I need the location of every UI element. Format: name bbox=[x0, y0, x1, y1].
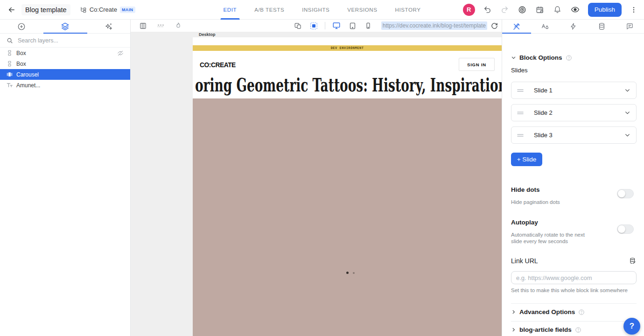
slide-label: Slide 3 bbox=[534, 132, 553, 139]
design-tools-tab[interactable] bbox=[511, 21, 522, 32]
canvas-toolbar-left bbox=[131, 21, 183, 31]
dashed-divider-icon bbox=[157, 22, 165, 30]
goals-button[interactable] bbox=[517, 5, 527, 15]
help-icon[interactable] bbox=[575, 327, 581, 333]
blog-article-fields-title: blog-article fields bbox=[519, 326, 572, 333]
chevron-down-icon[interactable] bbox=[624, 87, 630, 93]
preview-url[interactable]: https://dev.cocreate.ink/blog-test/templ… bbox=[381, 21, 487, 30]
layers-icon bbox=[61, 22, 70, 31]
add-element-tab[interactable] bbox=[16, 21, 27, 32]
dev-environment-banner: DEV ENVIRONMENT bbox=[193, 45, 502, 51]
undo-button[interactable] bbox=[483, 5, 492, 14]
box-icon bbox=[7, 50, 13, 56]
redo-button[interactable] bbox=[500, 5, 510, 14]
carousel-hero-image[interactable] bbox=[193, 98, 502, 336]
hide-dots-toggle[interactable] bbox=[617, 189, 634, 198]
chevron-down-icon[interactable] bbox=[624, 132, 630, 138]
device-label: Desktop bbox=[199, 32, 216, 37]
back-button[interactable] bbox=[7, 5, 17, 15]
pagination-dot-active[interactable] bbox=[346, 272, 349, 274]
focus-block-button[interactable] bbox=[309, 21, 319, 31]
drag-handle-icon[interactable] bbox=[517, 111, 524, 115]
spacing-button[interactable] bbox=[156, 21, 166, 31]
comments-tab[interactable] bbox=[625, 21, 635, 31]
page-title[interactable]: Blog template bbox=[21, 4, 70, 15]
advanced-options-header[interactable]: Advanced Options bbox=[511, 308, 637, 315]
ai-assist-tab[interactable] bbox=[104, 21, 114, 32]
eye-off-icon[interactable] bbox=[117, 50, 124, 56]
more-menu-button[interactable] bbox=[629, 5, 638, 14]
design-tools-icon bbox=[512, 22, 521, 31]
typography-tab[interactable] bbox=[540, 21, 550, 32]
project-name: Co:Create bbox=[90, 6, 117, 13]
refresh-button[interactable] bbox=[490, 21, 499, 30]
help-icon[interactable] bbox=[566, 55, 572, 61]
search-input[interactable] bbox=[18, 37, 124, 44]
database-link-icon[interactable] bbox=[629, 257, 637, 265]
pagination-dot[interactable] bbox=[353, 272, 355, 274]
focus-selection-icon bbox=[310, 22, 318, 30]
layer-item-amunet[interactable]: Amunet... bbox=[0, 80, 130, 91]
divider bbox=[511, 321, 637, 322]
data-tab[interactable] bbox=[597, 21, 607, 31]
target-icon bbox=[518, 6, 526, 14]
preview-button[interactable] bbox=[570, 4, 581, 15]
layer-item-carousel[interactable]: Carousel bbox=[0, 69, 130, 80]
tab-versions[interactable]: VERSIONS bbox=[347, 0, 377, 20]
blog-article-fields-header[interactable]: blog-article fields bbox=[511, 326, 637, 333]
tab-insights[interactable]: INSIGHTS bbox=[302, 0, 329, 20]
columns-layout-button[interactable] bbox=[138, 21, 148, 31]
toolbar-separator bbox=[325, 22, 325, 29]
refresh-icon bbox=[491, 22, 498, 29]
project-switcher[interactable]: Co:Create MAIN bbox=[80, 6, 135, 13]
carousel-icon bbox=[7, 71, 13, 77]
interactions-tab[interactable] bbox=[568, 21, 578, 31]
link-url-input[interactable] bbox=[511, 271, 637, 284]
avatar[interactable]: R bbox=[463, 4, 475, 16]
tab-ab-tests[interactable]: A/B TESTS bbox=[254, 0, 284, 20]
slide-card-1[interactable]: Slide 1 bbox=[511, 82, 637, 99]
layer-label: Carousel bbox=[16, 71, 124, 78]
drag-handle-icon[interactable] bbox=[517, 133, 524, 138]
publish-button[interactable]: Publish bbox=[588, 3, 622, 17]
hide-dots-description: Hide pagination dots bbox=[511, 199, 593, 205]
hotspots-button[interactable] bbox=[174, 21, 183, 30]
chevron-down-icon bbox=[511, 55, 516, 60]
help-icon[interactable] bbox=[578, 309, 585, 315]
autoplay-toggle[interactable] bbox=[617, 224, 634, 234]
tab-history[interactable]: HISTORY bbox=[395, 0, 421, 20]
phone-icon bbox=[364, 22, 372, 29]
block-options-header[interactable]: Block Options bbox=[511, 54, 637, 61]
article-heading: oring Geometric Tattoos: History, Inspir… bbox=[195, 73, 502, 97]
tablet-view-button[interactable] bbox=[348, 21, 357, 31]
divider bbox=[511, 303, 637, 304]
all-devices-button[interactable] bbox=[293, 21, 303, 31]
layer-item-box-2[interactable]: Box bbox=[0, 58, 130, 69]
desktop-view-button[interactable] bbox=[331, 21, 342, 31]
sparkles-icon bbox=[105, 22, 113, 31]
layer-label: Box bbox=[16, 61, 124, 67]
schedule-button[interactable] bbox=[535, 5, 545, 15]
carousel-pagination-dots bbox=[193, 272, 502, 274]
help-fab-button[interactable]: ? bbox=[623, 318, 640, 335]
layers-tab[interactable] bbox=[60, 21, 70, 32]
kebab-icon bbox=[630, 6, 637, 14]
topbar-left: Blog template Co:Create MAIN bbox=[0, 4, 135, 15]
drag-handle-icon[interactable] bbox=[517, 88, 524, 93]
device-switcher bbox=[293, 21, 373, 31]
chevron-down-icon[interactable] bbox=[624, 110, 630, 116]
mobile-view-button[interactable] bbox=[364, 21, 373, 30]
tab-edit[interactable]: EDIT bbox=[224, 0, 237, 20]
sign-in-button[interactable]: SIGN IN bbox=[459, 58, 495, 71]
left-sidebar-tabs bbox=[0, 20, 130, 34]
right-panel-tabs bbox=[502, 20, 644, 34]
slides-label-row: Slides bbox=[511, 67, 637, 74]
slide-card-3[interactable]: Slide 3 bbox=[511, 126, 637, 144]
slide-card-2[interactable]: Slide 2 bbox=[511, 104, 637, 121]
site-logo: CO:CREATE bbox=[200, 61, 236, 69]
add-slide-button[interactable]: + Slide bbox=[511, 153, 542, 166]
notifications-button[interactable] bbox=[553, 5, 562, 14]
right-panel-body: Block Options Slides Slide 1 bbox=[502, 34, 644, 336]
page-preview[interactable]: DEV ENVIRONMENT CO:CREATE SIGN IN oring … bbox=[193, 37, 502, 336]
layer-item-box-1[interactable]: Box bbox=[0, 48, 130, 58]
